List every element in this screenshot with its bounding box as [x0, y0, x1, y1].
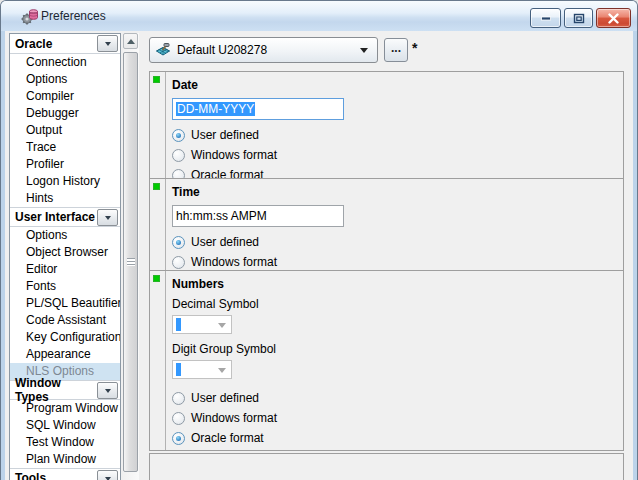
radio-checked-icon[interactable] — [172, 236, 185, 249]
minimize-button[interactable] — [530, 8, 561, 28]
selected-symbol-highlight — [176, 363, 181, 376]
close-button[interactable] — [596, 8, 631, 28]
section-collapse-button[interactable] — [97, 35, 118, 52]
sidebar-scrollbar[interactable] — [122, 33, 139, 480]
section-divider — [165, 271, 166, 450]
date-format-input[interactable]: DD-MM-YYYY — [172, 98, 344, 120]
titlebar: Preferences — [1, 1, 637, 31]
numbers-section-title: Numbers — [172, 277, 623, 291]
sidebar-item-debugger[interactable]: Debugger — [10, 105, 120, 122]
chevron-down-icon — [218, 368, 226, 377]
radio-option-windows-format[interactable]: Windows format — [172, 411, 623, 425]
radio-checked-icon[interactable] — [172, 432, 185, 445]
minimize-icon — [540, 13, 552, 23]
profile-selector-value: Default U208278 — [177, 43, 360, 57]
decimal-symbol-dropdown[interactable] — [172, 315, 232, 334]
radio-option-user-defined[interactable]: User defined — [172, 391, 623, 405]
sidebar-header-user-interface[interactable]: User Interface — [10, 207, 120, 227]
radio-unchecked-icon[interactable] — [172, 412, 185, 425]
section-collapse-button[interactable] — [97, 470, 118, 480]
selected-symbol-highlight — [176, 318, 181, 331]
sidebar-item-profiler[interactable]: Profiler — [10, 156, 120, 173]
sidebar-item-plan-window[interactable]: Plan Window — [10, 451, 120, 468]
chevron-down-icon — [105, 389, 111, 396]
thumb-grip-icon — [127, 258, 135, 266]
sidebar-item-output[interactable]: Output — [10, 122, 120, 139]
maximize-button[interactable] — [564, 8, 593, 28]
maximize-icon — [573, 13, 585, 24]
time-format-value: hh:mm:ss AMPM — [176, 209, 267, 223]
sidebar-item-hints[interactable]: Hints — [10, 190, 120, 207]
radio-label: User defined — [191, 128, 259, 142]
sidebar-item-key-configuration[interactable]: Key Configuration — [10, 329, 120, 346]
triangle-up-icon — [127, 35, 135, 44]
sidebar-item-compiler[interactable]: Compiler — [10, 88, 120, 105]
radio-unchecked-icon[interactable] — [172, 392, 185, 405]
date-format-value: DD-MM-YYYY — [176, 102, 255, 116]
radio-label: User defined — [191, 391, 259, 405]
sidebar-item-fonts[interactable]: Fonts — [10, 278, 120, 295]
radio-label: Windows format — [191, 255, 277, 269]
chevron-down-icon — [360, 48, 368, 57]
sidebar-header-label: Oracle — [15, 37, 52, 51]
radio-unchecked-icon[interactable] — [172, 149, 185, 162]
chevron-down-icon — [105, 42, 111, 49]
date-section: Date DD-MM-YYYY User definedWindows form… — [149, 71, 624, 179]
profile-set-icon — [155, 42, 171, 58]
scrollbar-thumb[interactable] — [123, 52, 138, 472]
radio-option-user-defined[interactable]: User defined — [172, 235, 623, 249]
sidebar-item-logon-history[interactable]: Logon History — [10, 173, 120, 190]
time-format-radio-group: User definedWindows format — [172, 235, 623, 269]
sidebar-item-appearance[interactable]: Appearance — [10, 346, 120, 363]
sidebar-item-object-browser[interactable]: Object Browser — [10, 244, 120, 261]
chevron-down-icon — [105, 216, 111, 223]
sidebar-item-test-window[interactable]: Test Window — [10, 434, 120, 451]
radio-option-windows-format[interactable]: Windows format — [172, 255, 623, 269]
sidebar-item-code-assistant[interactable]: Code Assistant — [10, 312, 120, 329]
sidebar-header-oracle[interactable]: Oracle — [10, 34, 120, 54]
time-format-input[interactable]: hh:mm:ss AMPM — [172, 205, 344, 227]
sidebar-item-options[interactable]: Options — [10, 227, 120, 244]
sidebar-item-pl-sql-beautifier[interactable]: PL/SQL Beautifier — [10, 295, 120, 312]
radio-label: Oracle format — [191, 431, 264, 445]
sidebar-item-sql-window[interactable]: SQL Window — [10, 417, 120, 434]
section-status-bullet — [153, 76, 160, 83]
sidebar-item-connection[interactable]: Connection — [10, 54, 120, 71]
chevron-down-icon — [218, 323, 226, 332]
radio-checked-icon[interactable] — [172, 129, 185, 142]
section-divider — [165, 179, 166, 270]
digit-group-symbol-dropdown[interactable] — [172, 360, 232, 379]
sidebar-item-trace[interactable]: Trace — [10, 139, 120, 156]
profile-selector-dropdown[interactable]: Default U208278 — [149, 37, 378, 63]
radio-unchecked-icon[interactable] — [172, 256, 185, 269]
date-section-title: Date — [172, 78, 623, 92]
sidebar-header-label: User Interface — [15, 210, 95, 224]
close-icon — [607, 13, 620, 24]
sidebar-header-window-types[interactable]: Window Types — [10, 380, 120, 400]
sidebar-item-editor[interactable]: Editor — [10, 261, 120, 278]
radio-option-windows-format[interactable]: Windows format — [172, 148, 623, 162]
scroll-up-button[interactable] — [123, 33, 138, 49]
date-format-radio-group: User definedWindows formatOracle format — [172, 128, 623, 182]
category-sidebar: OracleConnectionOptionsCompilerDebuggerO… — [9, 33, 121, 480]
digit-group-symbol-label: Digit Group Symbol — [172, 342, 623, 356]
sidebar-item-options[interactable]: Options — [10, 71, 120, 88]
window-title: Preferences — [41, 9, 106, 23]
radio-option-oracle-format[interactable]: Oracle format — [172, 431, 623, 445]
radio-label: Windows format — [191, 148, 277, 162]
section-collapse-button[interactable] — [97, 209, 118, 226]
radio-option-user-defined[interactable]: User defined — [172, 128, 623, 142]
section-status-bullet — [153, 275, 160, 282]
section-collapse-button[interactable] — [97, 382, 118, 399]
sidebar-header-label: Tools — [15, 471, 46, 480]
numbers-format-radio-group: User definedWindows formatOracle format — [172, 391, 623, 445]
sidebar-item-program-window[interactable]: Program Window — [10, 400, 120, 417]
numbers-section: Numbers Decimal Symbol Digit Group Symbo… — [149, 270, 624, 451]
time-section: Time hh:mm:ss AMPM User definedWindows f… — [149, 178, 624, 271]
profile-more-button[interactable]: ... — [384, 38, 408, 62]
radio-label: Windows format — [191, 411, 277, 425]
preferences-app-icon — [21, 7, 39, 25]
section-status-bullet — [153, 183, 160, 190]
section-divider — [165, 72, 166, 178]
sidebar-header-tools[interactable]: Tools — [10, 468, 120, 480]
